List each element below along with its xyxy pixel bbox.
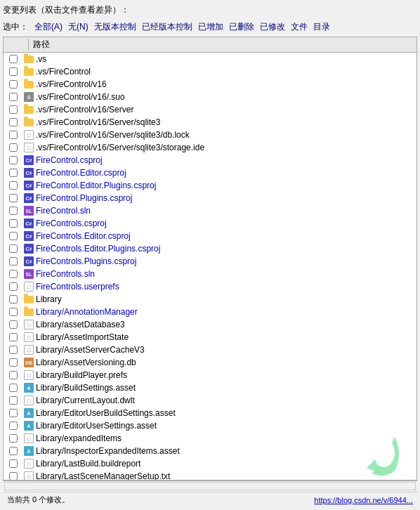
- cs-icon: C#: [23, 218, 34, 229]
- file-list-scroll[interactable]: .vs.vs/FireControl.vs/FireControl/v16S.v…: [4, 53, 416, 480]
- row-checkbox[interactable]: [6, 181, 20, 190]
- table-row: □Library/LastSceneManagerSetup.txt: [4, 470, 416, 480]
- file-icon: □: [23, 344, 34, 355]
- row-checkbox[interactable]: [6, 67, 20, 76]
- cs-icon: C#: [23, 243, 34, 254]
- row-checkbox[interactable]: [6, 80, 20, 89]
- row-checkbox[interactable]: [6, 295, 20, 303]
- row-checkbox[interactable]: [6, 308, 20, 316]
- row-checkbox[interactable]: [6, 270, 20, 278]
- row-checkbox[interactable]: [6, 232, 20, 240]
- row-checkbox[interactable]: [6, 472, 20, 480]
- folder-icon: [23, 117, 34, 128]
- folder-icon: [23, 294, 34, 305]
- btn-none[interactable]: 无(N): [66, 20, 91, 34]
- file-icon: □: [23, 129, 34, 140]
- row-path: FireControls.Plugins.csproj: [36, 256, 416, 266]
- table-row: ALibrary/EditorUserSettings.asset: [4, 419, 416, 432]
- table-row: C#FireControl.csproj: [4, 154, 416, 166]
- btn-dirs[interactable]: 目录: [311, 20, 332, 34]
- row-checkbox[interactable]: [6, 257, 20, 266]
- row-path: Library/AssetVersioning.db: [36, 358, 416, 367]
- row-checkbox[interactable]: [6, 143, 20, 152]
- btn-versioned[interactable]: 已经版本控制: [140, 20, 195, 34]
- row-path: FireControl.csproj: [36, 155, 416, 165]
- toolbar: 选中： 全部(A) 无(N) 无版本控制 已经版本控制 已增加 已删除 已修改 …: [3, 20, 417, 34]
- row-checkbox[interactable]: [6, 371, 20, 379]
- btn-added[interactable]: 已增加: [196, 20, 225, 34]
- table-row: Library/AnnotationManager: [4, 306, 416, 318]
- table-row: □Library/AssetImportState: [4, 331, 416, 344]
- row-checkbox[interactable]: [6, 409, 20, 417]
- col-checkbox-header: [4, 39, 29, 51]
- bottom-scrollbar[interactable]: [3, 480, 417, 490]
- main-container: 变更列表（双击文件查看差异）： 选中： 全部(A) 无(N) 无版本控制 已经版…: [0, 0, 420, 510]
- asset-icon: A: [23, 407, 34, 419]
- status-right-link[interactable]: https://blog.csdn.ne/v/6944...: [314, 496, 413, 504]
- row-checkbox[interactable]: [6, 93, 20, 101]
- row-path: Library/EditorUserSettings.asset: [36, 421, 416, 431]
- row-checkbox[interactable]: [6, 333, 20, 341]
- horizontal-scroll-track[interactable]: [4, 482, 416, 490]
- table-row: □Library/LastBuild.buildreport: [4, 457, 416, 470]
- row-checkbox[interactable]: [6, 346, 20, 354]
- table-row: .vs: [4, 53, 416, 65]
- table-row: C#FireControl.Plugins.csproj: [4, 192, 416, 204]
- file-icon: □: [23, 332, 34, 343]
- table-row: C#FireControls.csproj: [4, 217, 416, 230]
- table-row: □Library/BuildPlayer.prefs: [4, 369, 416, 381]
- row-checkbox[interactable]: [6, 421, 20, 430]
- row-checkbox[interactable]: [6, 244, 20, 253]
- btn-deleted[interactable]: 已删除: [227, 20, 256, 34]
- table-row: .vs/FireControl: [4, 65, 416, 78]
- file-icon: □: [23, 370, 34, 381]
- row-checkbox[interactable]: [6, 105, 20, 114]
- row-checkbox[interactable]: [6, 459, 20, 468]
- row-checkbox[interactable]: [6, 118, 20, 126]
- file-icon: □: [23, 395, 34, 406]
- row-checkbox[interactable]: [6, 156, 20, 164]
- row-checkbox[interactable]: [6, 194, 20, 202]
- row-path: Library: [36, 294, 416, 304]
- row-path: FireControl.Editor.csproj: [36, 168, 416, 178]
- cs-icon: C#: [23, 180, 34, 191]
- row-path: FireControl.Plugins.csproj: [36, 193, 416, 203]
- file-icon: □: [23, 471, 34, 480]
- row-checkbox[interactable]: [6, 55, 20, 63]
- sln-icon: SL: [23, 205, 34, 216]
- row-path: Library/BuildSettings.asset: [36, 383, 416, 393]
- btn-unversioned[interactable]: 无版本控制: [92, 20, 138, 34]
- row-path: Library/expandedItems: [36, 433, 416, 443]
- row-checkbox[interactable]: [6, 169, 20, 177]
- row-path: Library/InspectorExpandedItems.asset: [36, 446, 416, 456]
- row-checkbox[interactable]: [6, 384, 20, 392]
- row-checkbox[interactable]: [6, 219, 20, 228]
- table-row: □FireControls.userprefs: [4, 280, 416, 293]
- cs-icon: C#: [23, 192, 34, 204]
- db-icon: DB: [23, 357, 34, 368]
- btn-modified[interactable]: 已修改: [258, 20, 287, 34]
- file-icon: □: [23, 142, 34, 153]
- row-checkbox[interactable]: [6, 447, 20, 455]
- table-row: ALibrary/EditorUserBuildSettings.asset: [4, 407, 416, 419]
- row-checkbox[interactable]: [6, 282, 20, 291]
- row-checkbox[interactable]: [6, 207, 20, 215]
- row-checkbox[interactable]: [6, 358, 20, 367]
- row-checkbox[interactable]: [6, 434, 20, 443]
- table-row: □Library/AssetServerCacheV3: [4, 344, 416, 356]
- row-checkbox[interactable]: [6, 131, 20, 139]
- row-path: Library/CurrentLayout.dwlt: [36, 395, 416, 405]
- row-path: Library/AnnotationManager: [36, 307, 416, 317]
- row-checkbox[interactable]: [6, 396, 20, 405]
- table-row: ALibrary/BuildSettings.asset: [4, 381, 416, 394]
- table-row: .vs/FireControl/v16: [4, 78, 416, 91]
- table-row: DBLibrary/AssetVersioning.db: [4, 356, 416, 369]
- table-row: ALibrary/InspectorExpandedItems.asset: [4, 445, 416, 457]
- btn-files[interactable]: 文件: [289, 20, 310, 34]
- row-checkbox[interactable]: [6, 320, 20, 329]
- table-row: S.vs/FireControl/v16/.suo: [4, 91, 416, 103]
- table-row: □Library/assetDatabase3: [4, 318, 416, 331]
- row-path: Library/EditorUserBuildSettings.asset: [36, 408, 416, 418]
- btn-all[interactable]: 全部(A): [32, 20, 65, 34]
- table-row: .vs/FireControl/v16/Server/sqlite3: [4, 116, 416, 129]
